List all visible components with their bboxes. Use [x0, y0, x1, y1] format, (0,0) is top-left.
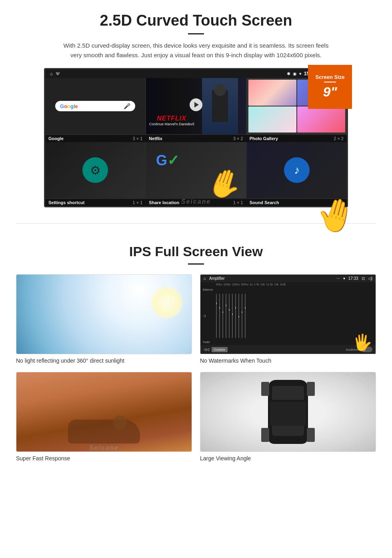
- gallery-app-name: Photo Gallery: [250, 136, 278, 141]
- amp-freq-60hz: 60hz: [216, 283, 222, 286]
- google-app-cell[interactable]: Google 🎤: [45, 78, 145, 134]
- card-sunlight: No light reflecting under 360° direct su…: [16, 274, 192, 364]
- settings-app-cell[interactable]: ⚙: [45, 142, 145, 198]
- amp-slider-7: [235, 294, 236, 338]
- cheetah-caption: Super Fast Response: [16, 455, 192, 462]
- netflix-subtitle: Continue Marvel's Daredevil: [149, 122, 194, 126]
- amp-title: Amplifier: [209, 276, 225, 281]
- gallery-thumb-3: [248, 106, 296, 132]
- amp-freq-500hz: 500hz: [241, 283, 248, 286]
- amp-prev-icon: ◁◁: [204, 347, 209, 351]
- badge-line: [324, 82, 336, 82]
- amp-eq-area: Balance ◁) Fader: [200, 287, 376, 345]
- google-label-bar: Google 3 × 1: [45, 135, 146, 142]
- cheetah-body: [68, 420, 140, 444]
- gallery-app-size: 2 × 2: [334, 136, 344, 141]
- amp-home-icon: ⌂: [204, 276, 206, 281]
- section1-curved-touch: 2.5D Curved Touch Screen With 2.5D curve…: [0, 0, 392, 215]
- amp-slider-4: [226, 294, 226, 338]
- cheetah-head: [113, 415, 127, 430]
- bluetooth-icon: ✱: [287, 71, 290, 76]
- amp-custom-btn[interactable]: Custom: [212, 347, 228, 352]
- amp-label-vol: ◁): [203, 314, 213, 317]
- screen-size-badge: Screen Size 9": [308, 65, 352, 109]
- sunlight-caption: No light reflecting under 360° direct su…: [16, 357, 192, 364]
- gallery-thumb-1: [248, 80, 296, 106]
- google-logo: Google: [60, 103, 78, 109]
- google-app-name: Google: [48, 136, 64, 141]
- google-app-size: 3 × 1: [133, 136, 143, 141]
- amp-freq-200hz: 200hz: [232, 283, 240, 286]
- netflix-label: NETFLIX Continue Marvel's Daredevil: [149, 115, 194, 126]
- settings-label-bar: Settings shortcut 1 × 1: [45, 199, 146, 206]
- section1-description: With 2.5D curved-display screen, this de…: [60, 41, 332, 60]
- netflix-logo-text: NETFLIX: [149, 115, 194, 122]
- google-mic-icon[interactable]: 🎤: [124, 103, 130, 109]
- home-icon: ⌂: [50, 71, 53, 76]
- google-search-bar[interactable]: Google 🎤: [55, 101, 135, 111]
- daredevil-figure: [202, 78, 238, 134]
- car-image: [200, 372, 376, 452]
- amp-freq-row: 60hz 100hz 200hz 500hz 1k 2.5k 10k 12.5k…: [200, 282, 376, 287]
- amp-spacer: [203, 283, 215, 286]
- netflix-play-button[interactable]: [190, 98, 202, 111]
- netflix-app-name: Netflix: [149, 136, 162, 141]
- section2-ips: IPS Full Screen View No light reflecting…: [0, 236, 392, 474]
- amp-slider-5: [229, 294, 230, 338]
- sound-app-name: Sound Search: [250, 200, 279, 205]
- car-glow-ring2: [200, 372, 376, 452]
- wifi-icon: ▾: [299, 71, 302, 76]
- maps-g-icon: G✓: [156, 152, 179, 169]
- cheetah-seicane-watermark: Seicane: [16, 444, 192, 452]
- section1-title: 2.5D Curved Touch Screen: [24, 12, 368, 29]
- amplifier-image: ⌂ Amplifier ··· ▾ 17:33 ⊡ ◁) 60hz 100hz …: [200, 274, 376, 354]
- amp-footer: ◁◁ Custom loudness: [200, 345, 376, 354]
- title-underline: [188, 33, 204, 34]
- amp-label-fader: Fader: [203, 341, 213, 343]
- gallery-thumb-4: [297, 106, 345, 132]
- image-grid: No light reflecting under 360° direct su…: [16, 274, 376, 462]
- section2-title: IPS Full Screen View: [16, 244, 376, 259]
- amp-slider-3: [222, 294, 223, 338]
- status-bar: ⌂ Ψ ✱ ◉ ▾ 15:06 ⊡ ◁) ☒ ▭: [45, 69, 347, 78]
- touch-finger-hand: 🤚: [312, 195, 359, 236]
- gallery-label-bar: Photo Gallery 2 × 2: [246, 135, 347, 142]
- share-app-name: Share location: [149, 200, 179, 205]
- amp-bars-container: [216, 288, 373, 343]
- amp-freq-12k5: 12.5k: [266, 283, 273, 286]
- app-grid-row2: ⚙ G✓ 🤚 ♪: [45, 142, 347, 199]
- sound-search-cell[interactable]: ♪: [247, 142, 347, 198]
- amp-freq-100hz: 100hz: [223, 283, 231, 286]
- badge-size: 9": [323, 84, 337, 100]
- app-grid: Google 🎤: [45, 78, 347, 135]
- share-app-size: 1 × 1: [233, 200, 243, 205]
- amp-header: ⌂ Amplifier ··· ▾ 17:33 ⊡ ◁): [200, 275, 376, 282]
- amp-touch-hand: 🖐: [352, 333, 372, 352]
- amp-freq-10k: 10k: [260, 283, 265, 286]
- badge-title: Screen Size: [316, 74, 345, 80]
- netflix-app-cell[interactable]: NETFLIX Continue Marvel's Daredevil: [146, 78, 246, 134]
- app-labels-row1: Google 3 × 1 Netflix 3 × 2 Photo Gallery…: [45, 135, 347, 142]
- amp-sliders-area: [216, 288, 373, 343]
- amp-freq-15k: 15k: [274, 283, 278, 286]
- card-amplifier: ⌂ Amplifier ··· ▾ 17:33 ⊡ ◁) 60hz 100hz …: [200, 274, 376, 364]
- amplifier-caption: No Watermarks When Touch: [200, 357, 376, 364]
- settings-app-name: Settings shortcut: [48, 200, 84, 205]
- amp-freq-2k5: 2.5k: [254, 283, 259, 286]
- sound-note-icon: ♪: [284, 157, 310, 183]
- card-car: Large Viewing Angle: [200, 372, 376, 462]
- amp-y-labels: Balance ◁) Fader: [203, 288, 214, 343]
- amp-slider-10: [245, 294, 246, 338]
- share-label-bar: Share location 1 × 1: [146, 199, 246, 206]
- amp-freq-1k: 1k: [250, 283, 252, 286]
- sunlight-image: [16, 274, 192, 354]
- cheetah-image: Seicane: [16, 372, 192, 452]
- card-cheetah: Seicane Super Fast Response: [16, 372, 192, 462]
- amp-slider-8: [238, 294, 239, 338]
- share-location-cell[interactable]: G✓ 🤚: [146, 142, 246, 198]
- status-left: ⌂ Ψ: [50, 71, 60, 76]
- amp-slider-6: [232, 294, 233, 338]
- settings-app-size: 1 × 1: [133, 200, 143, 205]
- section2-underline: [188, 263, 204, 265]
- amp-camera: ⊡: [362, 276, 365, 281]
